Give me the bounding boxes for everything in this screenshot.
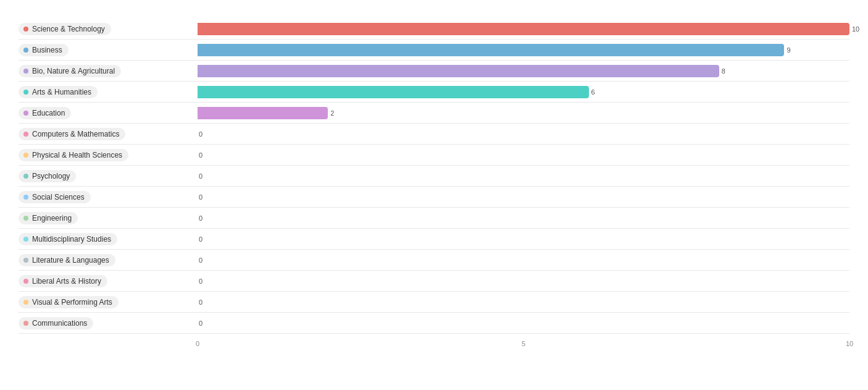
bar-label: Liberal Arts & History [32, 277, 101, 286]
bar-label: Physical & Health Sciences [32, 151, 122, 159]
bar-row: Business9 [19, 40, 849, 61]
bar-value-label: 0 [199, 172, 202, 180]
bar-dot [23, 90, 28, 95]
label-pill: Multidisciplinary Studies [19, 233, 117, 245]
bar-value-label: 9 [787, 46, 790, 54]
x-tick-label: 10 [846, 340, 853, 347]
bar-row: Social Sciences0 [19, 187, 849, 208]
bar-label: Business [32, 46, 62, 54]
label-pill: Visual & Performing Arts [19, 296, 119, 308]
label-pill: Physical & Health Sciences [19, 149, 128, 161]
bar-value-label: 0 [199, 299, 202, 306]
bar-label: Arts & Humanities [32, 88, 91, 96]
bar-fill [198, 107, 328, 119]
bar-label: Visual & Performing Arts [32, 298, 112, 307]
bar-value-label: 6 [591, 88, 595, 96]
x-axis: 0510 [198, 337, 849, 350]
bar-value-label: 10 [852, 25, 859, 33]
bar-dot [23, 111, 28, 116]
bar-label: Social Sciences [32, 193, 85, 201]
bar-fill [198, 86, 589, 98]
bar-value-label: 0 [199, 151, 202, 159]
label-pill: Business [19, 44, 69, 56]
bar-value-label: 0 [199, 214, 202, 222]
bar-row: Education2 [19, 103, 849, 124]
bar-dot [23, 279, 28, 284]
bar-row: Multidisciplinary Studies0 [19, 229, 849, 250]
label-pill: Education [19, 107, 71, 119]
bar-row: Science & Technology10 [19, 19, 849, 40]
bar-row: Literature & Languages0 [19, 250, 849, 271]
x-tick-label: 5 [522, 340, 525, 347]
bar-fill [198, 44, 784, 56]
bar-dot [23, 27, 28, 32]
bar-value-label: 0 [199, 278, 202, 285]
bar-dot [23, 48, 28, 53]
label-pill: Psychology [19, 170, 76, 182]
bar-row: Computers & Mathematics0 [19, 124, 849, 145]
label-pill: Computers & Mathematics [19, 128, 125, 140]
bar-dot [23, 69, 28, 74]
bar-row: Engineering0 [19, 208, 849, 229]
bar-dot [23, 237, 28, 242]
bar-value-label: 0 [199, 256, 202, 264]
bar-dot [23, 174, 28, 179]
bar-label: Engineering [32, 214, 72, 223]
bar-dot [23, 153, 28, 158]
bar-dot [23, 195, 28, 200]
bar-dot [23, 321, 28, 326]
label-pill: Literature & Languages [19, 254, 115, 266]
bar-row: Liberal Arts & History0 [19, 271, 849, 292]
label-pill: Communications [19, 317, 93, 329]
bar-value-label: 0 [199, 130, 202, 138]
bar-dot [23, 216, 28, 221]
bar-label: Psychology [32, 172, 70, 180]
bar-row: Physical & Health Sciences0 [19, 145, 849, 166]
bar-value-label: 2 [330, 109, 334, 117]
label-pill: Arts & Humanities [19, 86, 98, 98]
bar-row: Bio, Nature & Agricultural8 [19, 61, 849, 82]
label-pill: Bio, Nature & Agricultural [19, 65, 121, 77]
bar-row: Psychology0 [19, 166, 849, 187]
bar-label: Bio, Nature & Agricultural [32, 67, 115, 75]
bar-row: Communications0 [19, 313, 849, 334]
label-pill: Liberal Arts & History [19, 275, 107, 287]
bar-row: Visual & Performing Arts0 [19, 292, 849, 313]
bar-dot [23, 258, 28, 263]
label-pill: Social Sciences [19, 191, 91, 203]
bar-label: Communications [32, 319, 87, 328]
chart-area: Science & Technology10Business9Bio, Natu… [19, 19, 849, 350]
bar-value-label: 8 [722, 67, 725, 75]
bar-value-label: 0 [199, 320, 202, 327]
bar-value-label: 0 [199, 235, 202, 243]
x-tick-label: 0 [196, 340, 199, 347]
bar-label: Education [32, 109, 65, 117]
bar-row: Arts & Humanities6 [19, 82, 849, 103]
bar-dot [23, 132, 28, 137]
label-pill: Science & Technology [19, 23, 111, 35]
bar-label: Literature & Languages [32, 256, 109, 265]
bar-label: Computers & Mathematics [32, 130, 119, 138]
bar-dot [23, 300, 28, 305]
bar-fill [198, 23, 849, 35]
bar-label: Multidisciplinary Studies [32, 235, 111, 244]
label-pill: Engineering [19, 212, 78, 224]
bar-value-label: 0 [199, 193, 202, 201]
bar-fill [198, 65, 719, 77]
bar-label: Science & Technology [32, 25, 105, 33]
